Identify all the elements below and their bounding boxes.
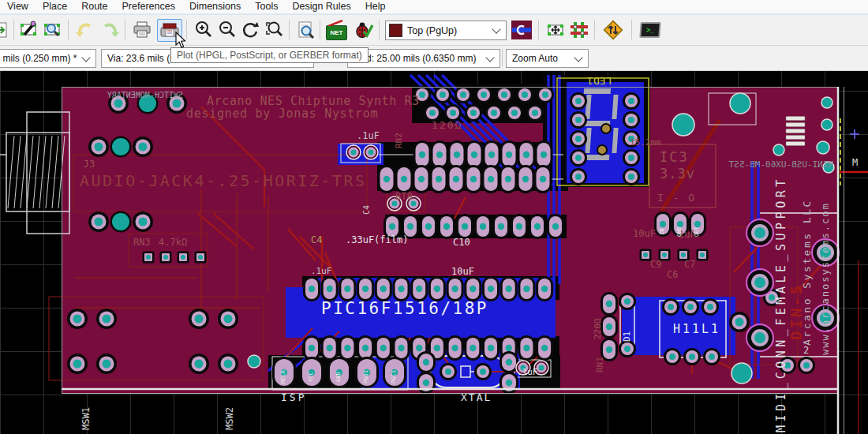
module-editor-icon[interactable] bbox=[18, 19, 39, 40]
layer-selector-value: Top (PgUp) bbox=[407, 25, 457, 36]
redo-icon[interactable] bbox=[99, 19, 121, 40]
pcbnew-window: { "menu": {"items": ["View","Place","Rou… bbox=[0, 0, 868, 434]
toolbar-separator bbox=[538, 20, 539, 39]
netlist-icon-label: NET bbox=[331, 29, 343, 36]
zoom-in-icon[interactable] bbox=[193, 19, 214, 40]
toolbar-separator bbox=[13, 20, 14, 39]
toolbar-separator bbox=[379, 20, 380, 39]
grid-select[interactable]: Grid: 25.00 mils (0.6350 mm) bbox=[347, 49, 500, 68]
menu-item-view[interactable]: View bbox=[0, 0, 36, 13]
menu-item-preferences[interactable]: Preferences bbox=[115, 0, 182, 13]
track-mode-icon[interactable] bbox=[568, 19, 589, 40]
audio-jack-footprint bbox=[0, 112, 69, 234]
toolbar-separator bbox=[289, 20, 290, 39]
redraw-icon[interactable] bbox=[240, 19, 261, 40]
console-icon-glyph: >_ bbox=[645, 26, 654, 34]
toolbar-separator bbox=[594, 20, 595, 39]
toolbar-separator bbox=[186, 20, 187, 39]
chevron-down-icon bbox=[485, 53, 494, 62]
zoom-value: Zoom Auto bbox=[507, 53, 561, 64]
options-toolbar: mils (0.250 mm) * Via: 23.6 mils (0.60 G… bbox=[0, 46, 868, 71]
plot-icon[interactable] bbox=[157, 19, 182, 42]
swap-layers-icon[interactable] bbox=[601, 19, 625, 40]
canvas-marks bbox=[850, 129, 859, 139]
menu-item-design-rules[interactable]: Design Rules bbox=[285, 0, 357, 13]
zoom-fit-icon[interactable] bbox=[263, 19, 284, 40]
main-toolbar: NET Top (PgUp) >_ bbox=[0, 15, 868, 46]
scripting-console-icon[interactable]: >_ bbox=[639, 19, 660, 40]
toolbar-separator bbox=[68, 20, 69, 39]
open-board-icon[interactable] bbox=[0, 19, 10, 40]
pcb-canvas[interactable] bbox=[0, 70, 868, 434]
chevron-down-icon bbox=[81, 53, 90, 62]
track-width-select[interactable]: mils (0.250 mm) * bbox=[0, 49, 96, 68]
menu-item-tools[interactable]: Tools bbox=[248, 0, 285, 13]
drc-icon[interactable] bbox=[353, 19, 374, 40]
footprint-mode-icon[interactable] bbox=[544, 19, 566, 40]
print-icon[interactable] bbox=[131, 19, 152, 40]
undo-icon[interactable] bbox=[73, 19, 95, 40]
chevron-down-icon bbox=[574, 53, 582, 62]
zoom-out-icon[interactable] bbox=[216, 19, 238, 40]
tooltip: Plot (HPGL, PostScript, or GERBER format… bbox=[170, 47, 369, 63]
layer-color-swatch bbox=[389, 24, 402, 37]
menu-item-dimensions[interactable]: Dimensions bbox=[182, 0, 248, 13]
layer-selector[interactable]: Top (PgUp) bbox=[385, 21, 507, 40]
toolbar-separator bbox=[320, 20, 320, 39]
menu-item-help[interactable]: Help bbox=[358, 0, 393, 13]
microwave-tools-icon[interactable] bbox=[510, 19, 533, 40]
footprint-browser-icon[interactable] bbox=[42, 19, 63, 40]
netlist-icon[interactable]: NET bbox=[326, 19, 347, 40]
find-icon[interactable] bbox=[295, 19, 316, 40]
menu-bar: ViewPlaceRoutePreferencesDimensionsTools… bbox=[0, 0, 868, 13]
options-separator bbox=[502, 49, 503, 66]
chevron-down-icon bbox=[492, 24, 500, 33]
zoom-select[interactable]: Zoom Auto bbox=[506, 49, 589, 68]
toolbar-separator bbox=[125, 20, 125, 39]
menu-item-route[interactable]: Route bbox=[74, 0, 114, 13]
toolbar-separator bbox=[631, 20, 632, 39]
track-width-value: mils (0.250 mm) * bbox=[0, 53, 80, 64]
menu-item-place[interactable]: Place bbox=[36, 0, 74, 13]
